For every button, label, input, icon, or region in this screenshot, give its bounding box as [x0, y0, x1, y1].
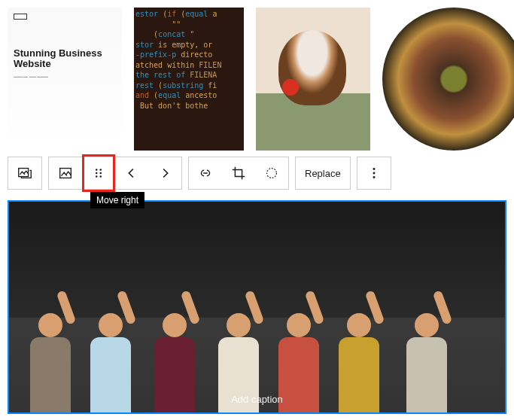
- duotone-button[interactable]: [255, 157, 288, 189]
- website-mockup-thumb: Stunning Business Website ━━━━ ━━ ━━━ ━━…: [8, 8, 122, 151]
- block-toolbar: Move right Replace: [8, 157, 506, 190]
- more-vertical-icon: [366, 165, 382, 181]
- gallery-image-1[interactable]: Stunning Business Website ━━━━ ━━ ━━━ ━━…: [8, 8, 122, 151]
- replace-button[interactable]: Replace: [296, 157, 350, 189]
- more-options-button[interactable]: [357, 157, 391, 189]
- svg-point-5: [99, 172, 102, 175]
- selected-image: Add caption: [9, 202, 505, 412]
- svg-point-4: [96, 172, 98, 175]
- toolbar-group-replace: Replace: [295, 157, 351, 190]
- toolbar-group-more: [357, 157, 391, 190]
- gallery-block-button[interactable]: [8, 157, 41, 189]
- food-thumb: [382, 8, 514, 151]
- people-photo-placeholder: [9, 202, 505, 412]
- crop-icon: [230, 165, 247, 181]
- svg-point-6: [96, 175, 98, 178]
- gallery-image-4[interactable]: [382, 8, 497, 151]
- svg-point-10: [373, 172, 375, 175]
- code-thumb: estor (if (equal a "" (concat " stor is …: [134, 8, 244, 151]
- svg-point-9: [373, 168, 375, 170]
- move-right-button[interactable]: [148, 157, 181, 189]
- dog-thumb: [256, 8, 370, 151]
- svg-point-7: [99, 175, 102, 178]
- mockup-heading: Stunning Business Website: [14, 48, 116, 70]
- toolbar-group-move: Move right: [48, 157, 182, 190]
- chevron-right-icon: [157, 165, 173, 181]
- gallery-image-2[interactable]: estor (if (equal a "" (concat " stor is …: [134, 8, 244, 151]
- svg-point-11: [373, 176, 375, 178]
- svg-point-2: [96, 169, 98, 171]
- link-icon: [197, 165, 214, 181]
- gallery-icon: [17, 165, 33, 181]
- image-icon: [57, 165, 74, 181]
- gallery-block: Stunning Business Website ━━━━ ━━ ━━━ ━━…: [8, 8, 506, 151]
- move-left-button[interactable]: [115, 157, 148, 189]
- image-block-button[interactable]: [49, 157, 82, 189]
- drag-handle-button[interactable]: [82, 157, 115, 189]
- editor-canvas: Stunning Business Website ━━━━ ━━ ━━━ ━━…: [0, 0, 514, 420]
- crop-button[interactable]: [222, 157, 255, 189]
- toolbar-group-block-type: [8, 157, 42, 190]
- gallery-image-3[interactable]: [256, 8, 370, 151]
- duotone-icon: [263, 165, 280, 181]
- caption-input[interactable]: Add caption: [9, 394, 505, 405]
- drag-icon: [90, 165, 107, 181]
- link-button[interactable]: [189, 157, 222, 189]
- toolbar-group-tools: [188, 157, 289, 190]
- move-right-tooltip: Move right: [90, 192, 144, 208]
- selected-image-block[interactable]: Add caption: [8, 200, 506, 414]
- svg-point-8: [267, 169, 277, 178]
- svg-point-3: [99, 169, 102, 171]
- chevron-left-icon: [123, 165, 140, 181]
